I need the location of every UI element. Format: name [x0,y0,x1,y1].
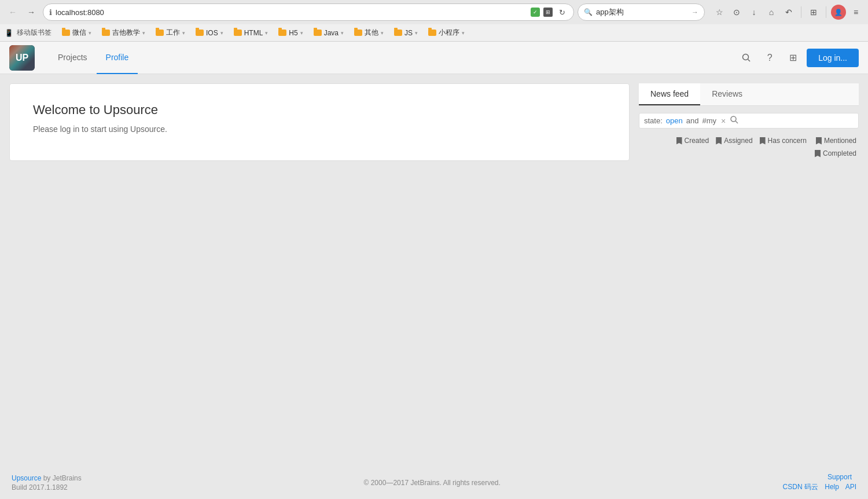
folder-icon [102,30,110,36]
chip-assigned[interactable]: Assigned [713,135,755,146]
svg-point-2 [731,116,736,122]
panel-tabs: News feed Reviews [639,83,859,106]
bookmark-icon [760,137,766,145]
grid-apps-icon[interactable]: ⊞ [784,49,802,67]
bookmark-arrow: ▾ [300,30,303,36]
url-text: localhost:8080 [56,8,527,17]
bookmark-arrow: ▾ [142,30,145,36]
reload-button[interactable]: ↻ [556,6,568,18]
bookmark-label: 微信 [72,28,86,38]
bookmark-work[interactable]: 工作 ▾ [151,27,190,39]
bookmark-guitar[interactable]: 吉他教学 ▾ [97,27,150,39]
main-layout: Welcome to Upsource Please log in to sta… [0,74,868,170]
mobile-bookmarks-icon: 📱 [5,29,13,37]
svg-line-3 [735,121,738,123]
bookmark-java[interactable]: Java ▾ [309,28,348,38]
bookmark-label: JS [404,29,413,37]
welcome-title: Welcome to Upsource [33,102,606,118]
chip-mentioned[interactable]: Mentioned [814,135,859,146]
chip-label: Created [685,137,709,145]
bookmark-star-icon[interactable]: ☆ [712,5,727,20]
filter-bar[interactable]: state: open and #my × [639,113,859,129]
back-button[interactable]: ← [5,4,21,20]
folder-icon [314,30,322,36]
filter-tag-value: #my [702,116,716,125]
filter-search-icon[interactable] [730,116,738,126]
download-icon[interactable]: ↓ [746,5,762,20]
folder-icon [354,30,362,36]
bookmark-arrow: ▾ [415,30,418,36]
bookmark-arrow: ▾ [341,30,344,36]
chip-completed[interactable]: Completed [812,148,859,159]
tab-reviews[interactable]: Reviews [700,83,754,105]
welcome-subtitle: Please log in to start using Upsource. [33,124,606,134]
filter-clear-button[interactable]: × [720,116,727,126]
home-icon[interactable]: ⌂ [764,5,779,20]
search-bar[interactable]: 🔍 app架构 → [578,3,705,21]
help-icon[interactable]: ? [760,49,779,67]
nav-projects[interactable]: Projects [49,42,97,74]
folder-icon [156,30,164,36]
info-icon: ℹ [49,8,52,17]
search-header-icon[interactable] [737,49,756,67]
svg-line-1 [748,59,751,61]
menu-icon[interactable]: ≡ [848,5,863,20]
bookmark-arrow: ▾ [220,30,223,36]
logo-box: UP [9,45,35,71]
folder-icon [394,30,402,36]
chip-label: Completed [823,149,856,157]
bookmark-label: IOS [206,29,218,37]
bookmark-miniapp[interactable]: 小程序 ▾ [424,27,469,39]
toolbar-divider2 [826,6,826,18]
nav-profile[interactable]: Profile [97,42,138,74]
bookmark-label: 小程序 [439,28,459,38]
tab-news-feed[interactable]: News feed [639,83,700,105]
bookmark-h5[interactable]: H5 ▾ [274,28,307,38]
browser-chrome: ← → ℹ localhost:8080 ✓ ⊞ ↻ 🔍 app架构 → ☆ ⊙… [0,0,868,42]
chip-created[interactable]: Created [674,135,712,146]
forward-button[interactable]: → [23,4,39,20]
toolbar-divider [801,6,801,18]
bookmark-arrow: ▾ [265,30,268,36]
mobile-bookmarks-label: 移动版书签 [17,28,52,38]
search-text: app架构 [596,7,688,17]
bookmark-icon [676,137,682,145]
header-right: ? ⊞ Log in... [737,49,859,67]
welcome-card: Welcome to Upsource Please log in to sta… [9,83,630,161]
address-bar[interactable]: ℹ localhost:8080 ✓ ⊞ ↻ [43,3,574,21]
bookmark-arrow: ▾ [182,30,185,36]
filter-state-label: state: [644,116,663,125]
folder-icon [62,30,70,36]
filter-conjunction: and [686,116,699,125]
bookmark-html[interactable]: HTML ▾ [229,28,273,38]
address-bar-icons: ℹ [49,8,52,17]
app-header: UP Projects Profile ? ⊞ Log in... [0,42,868,74]
security-shield-icon: ✓ [531,8,540,17]
search-icon: 🔍 [584,8,593,16]
bookmark-arrow: ▾ [462,30,465,36]
app-logo: UP [9,45,35,71]
bookmark-label: Java [324,29,339,37]
bookmark-label: HTML [244,29,263,37]
chip-has-concern[interactable]: Has concern [757,135,809,146]
bookmark-icon [815,150,821,157]
extensions-grid-icon[interactable]: ⊞ [806,5,821,20]
login-button[interactable]: Log in... [807,49,859,67]
history-back-icon[interactable]: ↶ [781,5,796,20]
filter-chips: Created Assigned Has concern Mentioned C… [639,133,859,161]
bookmark-label: H5 [289,29,297,37]
bookmark-js[interactable]: JS ▾ [389,28,422,38]
extension-icon: ⊞ [543,8,553,17]
bookmark-ios[interactable]: IOS ▾ [191,28,228,38]
svg-point-0 [743,54,749,60]
bookmark-weixin[interactable]: 微信 ▾ [57,27,96,39]
nav-links: Projects Profile [49,42,138,74]
bookmark-arrow: ▾ [89,30,91,36]
search-arrow-icon: → [692,8,698,16]
account-icon[interactable]: ⊙ [729,5,744,20]
profile-icon[interactable]: 👤 [831,5,846,20]
chip-label: Assigned [724,137,752,145]
bookmark-other[interactable]: 其他 ▾ [350,27,388,39]
bookmark-label: 工作 [166,28,180,38]
browser-toolbar: ← → ℹ localhost:8080 ✓ ⊞ ↻ 🔍 app架构 → ☆ ⊙… [0,0,868,24]
